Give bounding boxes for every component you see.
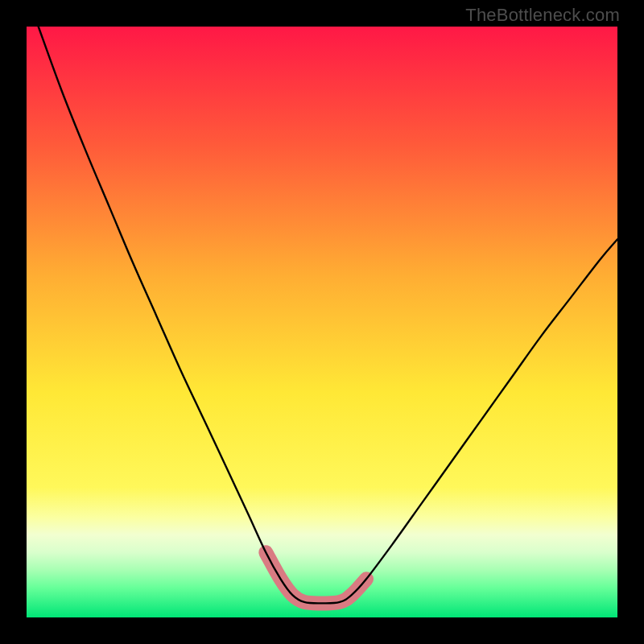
- watermark-label: TheBottleneck.com: [465, 5, 620, 26]
- bottleneck-chart: [27, 27, 617, 617]
- plot-area: [27, 27, 617, 617]
- chart-frame: TheBottleneck.com: [0, 0, 644, 644]
- gradient-background: [27, 27, 617, 617]
